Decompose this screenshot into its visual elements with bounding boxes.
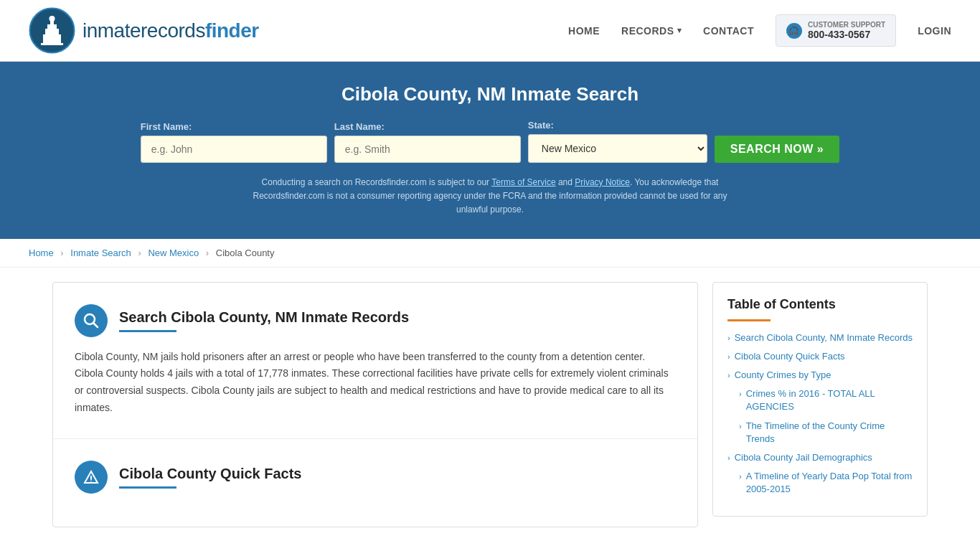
nav-contact[interactable]: CONTACT (703, 25, 754, 37)
first-name-group: First Name: (141, 121, 327, 163)
section-inmate-records: Search Cibola County, NM Inmate Records … (53, 283, 697, 439)
support-info: CUSTOMER SUPPORT 800-433-0567 (808, 21, 885, 40)
toc-link-label: County Crimes by Type (735, 369, 831, 382)
toc-title: Table of Contents (727, 297, 913, 312)
state-select[interactable]: AlabamaAlaskaArizonaArkansasCaliforniaCo… (528, 134, 707, 163)
toc-item: ›Search Cibola County, NM Inmate Records (727, 331, 913, 344)
breadcrumb: Home › Inmate Search › New Mexico › Cibo… (0, 239, 980, 268)
svg-point-10 (90, 480, 92, 481)
search-icon (75, 304, 108, 337)
section1-header: Search Cibola County, NM Inmate Records (75, 304, 676, 337)
toc-link[interactable]: ›Cibola County Jail Demographics (727, 451, 913, 464)
first-name-label: First Name: (141, 121, 192, 132)
first-name-input[interactable] (141, 136, 327, 163)
state-group: State: AlabamaAlaskaArizonaArkansasCalif… (528, 120, 707, 163)
separator: › (206, 248, 209, 258)
toc-link[interactable]: ›The Timeline of the County Crime Trends (739, 420, 913, 446)
last-name-group: Last Name: (334, 121, 521, 163)
toc-underline (727, 319, 771, 321)
toc-link-label: A Timeline of Yearly Data Pop Total from… (746, 470, 913, 496)
chevron-down-icon: ▾ (677, 26, 682, 35)
breadcrumb-current: Cibola County (216, 248, 275, 258)
sidebar-toc: Table of Contents ›Search Cibola County,… (712, 282, 928, 517)
toc-list: ›Search Cibola County, NM Inmate Records… (727, 331, 913, 496)
chevron-right-icon: › (739, 421, 742, 432)
toc-item: ›Cibola County Jail Demographics (727, 451, 913, 464)
section1-title: Search Cibola County, NM Inmate Records (119, 309, 409, 326)
chevron-right-icon: › (739, 471, 742, 482)
toc-item: ›Crimes % in 2016 - TOTAL ALL AGENCIES (727, 387, 913, 413)
chevron-right-icon: › (727, 370, 730, 381)
breadcrumb-new-mexico[interactable]: New Mexico (148, 248, 199, 258)
nav-home[interactable]: HOME (568, 25, 600, 37)
chevron-right-icon: › (727, 352, 730, 362)
section1-title-area: Search Cibola County, NM Inmate Records (119, 309, 409, 332)
svg-point-5 (50, 16, 55, 22)
section2-header: Cibola County Quick Facts (75, 461, 676, 494)
chevron-right-icon: › (739, 389, 742, 400)
section2-title-area: Cibola County Quick Facts (119, 466, 301, 489)
nav-records[interactable]: RECORDS ▾ (621, 25, 682, 37)
toc-link-label: Cibola County Jail Demographics (735, 451, 872, 464)
svg-rect-6 (41, 43, 63, 45)
last-name-label: Last Name: (334, 121, 385, 132)
section1-body: Cibola County, NM jails hold prisoners a… (75, 349, 676, 417)
separator: › (60, 248, 63, 258)
toc-link[interactable]: ›Cibola County Quick Facts (727, 350, 913, 363)
nav-login[interactable]: LOGIN (918, 25, 951, 37)
toc-link-label: Crimes % in 2016 - TOTAL ALL AGENCIES (746, 387, 913, 413)
toc-item: ›County Crimes by Type (727, 369, 913, 382)
customer-support[interactable]: 🎧 CUSTOMER SUPPORT 800-433-0567 (776, 14, 896, 47)
support-number: 800-433-0567 (808, 29, 885, 40)
separator: › (138, 248, 141, 258)
toc-link[interactable]: ›County Crimes by Type (727, 369, 913, 382)
alert-icon (75, 461, 108, 494)
last-name-input[interactable] (334, 136, 521, 163)
breadcrumb-inmate-search[interactable]: Inmate Search (70, 248, 131, 258)
main-nav: HOME RECORDS ▾ CONTACT 🎧 CUSTOMER SUPPOR… (568, 14, 951, 47)
headphone-icon: 🎧 (786, 23, 802, 39)
svg-line-8 (94, 323, 98, 327)
toc-item: ›The Timeline of the County Crime Trends (727, 420, 913, 446)
toc-link[interactable]: ›A Timeline of Yearly Data Pop Total fro… (739, 470, 913, 496)
toc-link[interactable]: ›Crimes % in 2016 - TOTAL ALL AGENCIES (739, 387, 913, 413)
section2-underline (119, 486, 176, 489)
toc-link[interactable]: ›Search Cibola County, NM Inmate Records (727, 331, 913, 344)
privacy-link[interactable]: Privacy Notice (575, 177, 630, 187)
section-quick-facts: Cibola County Quick Facts (53, 439, 697, 527)
main-content: Search Cibola County, NM Inmate Records … (31, 282, 949, 527)
toc-link-label: Cibola County Quick Facts (735, 350, 845, 363)
toc-link-label: The Timeline of the County Crime Trends (746, 420, 913, 446)
toc-item: ›Cibola County Quick Facts (727, 350, 913, 363)
disclaimer-text: Conducting a search on Recordsfinder.com… (239, 176, 741, 217)
page-title: Cibola County, NM Inmate Search (29, 83, 951, 105)
logo-icon (29, 7, 75, 54)
section1-underline (119, 330, 176, 332)
search-form: First Name: Last Name: State: AlabamaAla… (29, 120, 951, 163)
content-left: Search Cibola County, NM Inmate Records … (52, 282, 698, 527)
section2-title: Cibola County Quick Facts (119, 466, 301, 482)
toc-link-label: Search Cibola County, NM Inmate Records (735, 331, 913, 344)
breadcrumb-home[interactable]: Home (29, 248, 54, 258)
hero-section: Cibola County, NM Inmate Search First Na… (0, 62, 980, 239)
tos-link[interactable]: Terms of Service (491, 177, 555, 187)
site-header: inmaterecordsfinder HOME RECORDS ▾ CONTA… (0, 0, 980, 62)
chevron-right-icon: › (727, 453, 730, 463)
state-label: State: (528, 120, 554, 131)
logo-text: inmaterecordsfinder (83, 19, 259, 42)
support-label: CUSTOMER SUPPORT (808, 21, 885, 29)
logo[interactable]: inmaterecordsfinder (29, 7, 259, 54)
chevron-right-icon: › (727, 333, 730, 344)
toc-item: ›A Timeline of Yearly Data Pop Total fro… (727, 470, 913, 496)
search-button[interactable]: SEARCH NOW » (715, 136, 839, 163)
